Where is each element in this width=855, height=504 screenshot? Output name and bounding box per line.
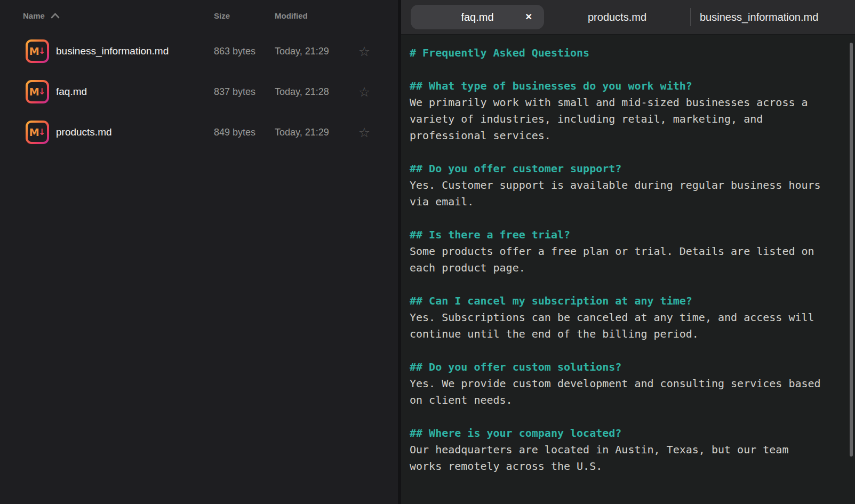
sort-ascending-icon [51,13,60,19]
markdown-paragraph: We primarily work with small and mid-siz… [410,94,832,144]
editor-text-area[interactable]: # Frequently Asked Questions## What type… [401,35,855,504]
file-name-cell: M↓business_information.md [26,39,214,63]
text-line: Yes. Subscriptions can be canceled at an… [410,309,832,326]
text-line: Yes. We provide custom development and c… [410,375,832,392]
editor-tab-business_information-md[interactable]: business_information.md [691,5,855,29]
text-line: each product page. [410,260,832,276]
file-manager-panel: Name Size Modified M↓business_informatio… [0,0,398,504]
file-row[interactable]: M↓business_information.md863 bytesToday,… [0,31,398,71]
file-modified: Today, 21:28 [275,86,356,98]
file-size: 837 bytes [214,86,275,98]
file-name: business_information.md [56,45,169,57]
text-line: Our headquarters are located in Austin, … [410,442,832,458]
file-modified: Today, 21:29 [275,46,356,57]
markdown-paragraph: Some products offer a free plan or trial… [410,243,832,276]
markdown-heading: ## Do you offer customer support? [410,161,832,177]
text-line: We primarily work with small and mid-siz… [410,94,832,111]
editor-scrollbar[interactable] [850,43,853,457]
file-modified: Today, 21:29 [275,127,356,138]
text-line: via email. [410,194,832,210]
markdown-paragraph: Yes. Customer support is available durin… [410,177,832,210]
text-line: ## Is there a free trial? [410,227,832,243]
file-size: 849 bytes [214,127,275,138]
markdown-file-icon: M↓ [26,121,49,144]
text-line: variety of industries, including retail,… [410,111,832,127]
markdown-file-icon: M↓ [26,80,49,103]
column-header-name-label: Name [23,11,45,20]
markdown-heading: ## Is there a free trial? [410,227,832,243]
column-header-name[interactable]: Name [23,11,214,20]
editor-tab-products-md[interactable]: products.md [544,5,690,29]
text-editor-panel: faq.md✕products.mdbusiness_information.m… [401,0,855,504]
close-tab-icon[interactable]: ✕ [525,13,532,21]
column-header-size[interactable]: Size [214,11,275,20]
tab-label: products.md [588,11,646,23]
tab-label: faq.md [461,11,493,23]
text-line: works remotely across the U.S. [410,458,832,475]
star-icon[interactable]: ☆ [356,45,372,58]
file-name: products.md [56,126,112,138]
text-line: continue until the end of the billing pe… [410,326,832,342]
markdown-icon-glyph: M↓ [28,42,47,61]
markdown-icon-glyph: M↓ [28,123,47,142]
text-line: professional services. [410,127,832,144]
markdown-heading: ## Can I cancel my subscription at any t… [410,293,832,309]
text-line: on client needs. [410,392,832,409]
file-row[interactable]: M↓faq.md837 bytesToday, 21:28☆ [0,71,398,112]
markdown-file-icon: M↓ [26,39,49,63]
text-line: # Frequently Asked Questions [410,45,832,61]
markdown-down-arrow: ↓ [38,47,45,55]
text-line: ## Where is your company located? [410,425,832,442]
file-name-cell: M↓products.md [26,121,214,144]
text-line: ## Do you offer customer support? [410,161,832,177]
markdown-icon-glyph: M↓ [28,82,47,101]
markdown-heading: # Frequently Asked Questions [410,45,832,61]
text-line: ## Can I cancel my subscription at any t… [410,293,832,309]
markdown-heading: ## Do you offer custom solutions? [410,359,832,375]
text-line: Some products offer a free plan or trial… [410,243,832,260]
markdown-paragraph: Yes. We provide custom development and c… [410,375,832,409]
tab-label: business_information.md [700,11,818,23]
file-name-cell: M↓faq.md [26,80,214,103]
star-icon[interactable]: ☆ [356,85,372,99]
markdown-paragraph: Yes. Subscriptions can be canceled at an… [410,309,832,342]
markdown-heading: ## Where is your company located? [410,425,832,442]
column-header-modified[interactable]: Modified [275,11,356,20]
file-row[interactable]: M↓products.md849 bytesToday, 21:29☆ [0,112,398,153]
editor-tab-faq-md[interactable]: faq.md✕ [411,5,544,29]
markdown-paragraph: Our headquarters are located in Austin, … [410,442,832,475]
text-line: ## Do you offer custom solutions? [410,359,832,375]
star-icon[interactable]: ☆ [356,126,372,139]
editor-tab-bar: faq.md✕products.mdbusiness_information.m… [401,0,855,35]
text-line: Yes. Customer support is available durin… [410,177,832,194]
file-list: M↓business_information.md863 bytesToday,… [0,31,398,153]
file-name: faq.md [56,86,87,98]
file-list-header: Name Size Modified [0,0,398,31]
markdown-down-arrow: ↓ [38,87,45,96]
markdown-heading: ## What type of businesses do you work w… [410,78,832,94]
file-size: 863 bytes [214,46,275,57]
markdown-down-arrow: ↓ [38,128,45,137]
app-window: Name Size Modified M↓business_informatio… [0,0,855,504]
text-line: ## What type of businesses do you work w… [410,78,832,94]
